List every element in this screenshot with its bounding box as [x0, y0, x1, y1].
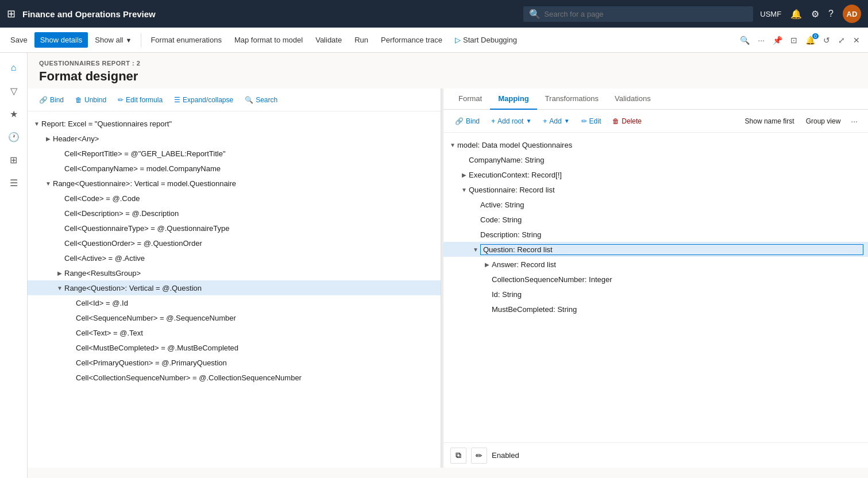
left-tree-container[interactable]: ▼Report: Excel = "Questionnaires report"…	[28, 111, 441, 468]
sidebar-item-filter[interactable]: ▽	[3, 80, 24, 101]
unbind-button[interactable]: 🗑 Unbind	[71, 94, 111, 106]
left-tree-item-cell-questionnaire-type[interactable]: Cell<QuestionnaireType> = @.Questionnair…	[28, 221, 441, 236]
tree-toggle[interactable]: ▼	[55, 285, 64, 291]
right-toolbar-more-icon[interactable]: ···	[847, 114, 861, 128]
tree-item-text: model: Data model Questionnaires	[457, 141, 863, 149]
tree-toggle[interactable]: ▼	[471, 246, 480, 253]
format-enumerations-button[interactable]: Format enumerations	[145, 32, 227, 48]
left-tree-item-cell-must-be-completed[interactable]: Cell<MustBeCompleted> = @.MustBeComplete…	[28, 340, 441, 355]
sidebar-item-favorites[interactable]: ★	[3, 103, 24, 124]
start-debugging-button[interactable]: ▷ Start Debugging	[449, 32, 523, 48]
show-details-button[interactable]: Show details	[34, 32, 88, 48]
right-tree-item-description-str[interactable]: Description: String	[443, 227, 868, 242]
settings-icon[interactable]: ⚙	[811, 9, 819, 20]
left-tree-item-header[interactable]: ▶Header<Any>	[28, 131, 441, 146]
tree-toggle[interactable]: ▼	[460, 187, 469, 193]
right-tree-item-active[interactable]: Active: String	[443, 197, 868, 212]
grid-icon[interactable]: ⊞	[7, 7, 16, 20]
add-button-right[interactable]: + Add ▼	[538, 115, 574, 128]
tree-toggle[interactable]: ▼	[44, 180, 53, 187]
tree-toggle[interactable]: ▶	[483, 261, 492, 268]
right-tree-item-must-be-completed[interactable]: MustBeCompleted: String	[443, 302, 868, 317]
copy-icon-btn[interactable]: ⧉	[450, 448, 466, 464]
group-view-button[interactable]: Group view	[801, 115, 846, 128]
toolbar-split-icon[interactable]: ⊡	[787, 33, 801, 47]
right-tree-item-collection-seq[interactable]: CollectionSequenceNumber: Integer	[443, 272, 868, 287]
left-tree-item-cell-text[interactable]: Cell<Text> = @.Text	[28, 325, 441, 340]
bind-button-left[interactable]: 🔗 Bind	[34, 94, 68, 106]
run-button[interactable]: Run	[349, 32, 374, 48]
tab-validations[interactable]: Validations	[607, 88, 659, 110]
tree-toggle[interactable]: ▶	[55, 270, 64, 276]
notification-icon[interactable]: 🔔	[790, 9, 802, 20]
edit-icon-btn[interactable]: ✏	[471, 448, 487, 464]
toolbar-expand-icon[interactable]: ⤢	[835, 33, 848, 47]
validate-button[interactable]: Validate	[310, 32, 348, 48]
right-tree-item-code[interactable]: Code: String	[443, 212, 868, 227]
left-tree-item-range-results-group[interactable]: ▶Range<ResultsGroup>	[28, 265, 441, 280]
tree-toggle[interactable]: ▼	[32, 121, 41, 127]
global-search-box[interactable]: 🔍	[523, 6, 753, 22]
left-tree-item-cell-code[interactable]: Cell<Code> = @.Code	[28, 191, 441, 206]
save-button[interactable]: Save	[5, 32, 33, 48]
sidebar-item-home[interactable]: ⌂	[3, 57, 24, 78]
tree-item-text: Cell<SequenceNumber> = @.SequenceNumber	[76, 314, 436, 322]
tab-transformations[interactable]: Transformations	[537, 88, 607, 110]
user-avatar[interactable]: AD	[843, 5, 861, 23]
left-tree-item-cell-active[interactable]: Cell<Active> = @.Active	[28, 250, 441, 265]
delete-button-right[interactable]: 🗑 Delete	[608, 115, 646, 128]
left-tree-item-cell-id[interactable]: Cell<Id> = @.Id	[28, 295, 441, 310]
left-tree-item-root[interactable]: ▼Report: Excel = "Questionnaires report"	[28, 116, 441, 131]
sidebar-item-recent[interactable]: 🕐	[3, 126, 24, 147]
toolbar-badge-icon[interactable]: 🔔0	[802, 33, 819, 47]
sidebar-item-modules[interactable]: ☰	[3, 172, 24, 193]
tree-item-text: CompanyName: String	[469, 156, 863, 164]
right-tree-item-company-name[interactable]: CompanyName: String	[443, 152, 868, 167]
sidebar-item-workspaces[interactable]: ⊞	[3, 149, 24, 170]
tree-toggle[interactable]: ▶	[44, 136, 53, 142]
expand-collapse-button[interactable]: ☰ Expand/collapse	[169, 94, 238, 106]
left-tree-item-cell-primary-question[interactable]: Cell<PrimaryQuestion> = @.PrimaryQuestio…	[28, 355, 441, 370]
page-title: Format designer	[39, 69, 857, 84]
right-tree-item-questionnaire[interactable]: ▼Questionnaire: Record list	[443, 182, 868, 197]
toolbar-refresh-icon[interactable]: ↺	[820, 33, 834, 47]
right-tree-item-id-str[interactable]: Id: String	[443, 287, 868, 302]
left-tree-item-range-questionnaire[interactable]: ▼Range<Questionnaire>: Vertical = model.…	[28, 176, 441, 191]
show-all-button[interactable]: Show all ▼	[89, 32, 137, 48]
help-icon[interactable]: ?	[828, 9, 834, 19]
show-name-first-button[interactable]: Show name first	[740, 115, 799, 128]
sidebar-nav: ⌂ ▽ ★ 🕐 ⊞ ☰	[0, 53, 28, 478]
map-format-to-model-button[interactable]: Map format to model	[229, 32, 308, 48]
toolbar-close-icon[interactable]: ✕	[850, 33, 863, 47]
edit-formula-button[interactable]: ✏ Edit formula	[113, 94, 167, 106]
tab-format[interactable]: Format	[450, 88, 490, 110]
right-tree-item-model-root[interactable]: ▼model: Data model Questionnaires	[443, 137, 868, 152]
right-tree-item-question-rl[interactable]: ▼Question: Record list	[443, 242, 868, 257]
toolbar-more-icon[interactable]: ···	[754, 33, 768, 47]
toolbar-pin-icon[interactable]: 📌	[769, 33, 786, 47]
right-tree-item-execution-context[interactable]: ▶ExecutionContext: Record[!]	[443, 167, 868, 182]
toolbar-search-icon[interactable]: 🔍	[736, 33, 753, 47]
performance-trace-button[interactable]: Performance trace	[375, 32, 448, 48]
left-tree-item-cell-question-order[interactable]: Cell<QuestionOrder> = @.QuestionOrder	[28, 236, 441, 250]
global-search-input[interactable]	[544, 10, 747, 18]
add-root-button[interactable]: + Add root ▼	[487, 115, 536, 128]
bind-button-right[interactable]: 🔗 Bind	[450, 115, 484, 128]
right-tree-item-answer-rl[interactable]: ▶Answer: Record list	[443, 257, 868, 272]
tab-mapping[interactable]: Mapping	[490, 88, 537, 110]
tree-toggle[interactable]: ▼	[448, 142, 457, 148]
left-tree-item-cell-report-title[interactable]: Cell<ReportTitle> = @"GER_LABEL:ReportTi…	[28, 146, 441, 161]
left-tree-item-cell-sequence-number[interactable]: Cell<SequenceNumber> = @.SequenceNumber	[28, 310, 441, 325]
panel-divider[interactable]	[441, 88, 443, 468]
left-tree-item-cell-company-name[interactable]: Cell<CompanyName> = model.CompanyName	[28, 161, 441, 176]
bottom-bar: ⧉ ✏ Enabled	[443, 442, 868, 468]
left-tree-item-cell-collection-sequence[interactable]: Cell<CollectionSequenceNumber> = @.Colle…	[28, 370, 441, 385]
right-tree-container[interactable]: ▼model: Data model QuestionnairesCompany…	[443, 133, 868, 442]
tree-toggle[interactable]: ▶	[460, 172, 469, 178]
right-panel: Format Mapping Transformations Validatio…	[443, 88, 868, 468]
search-icon: 🔍	[529, 9, 541, 20]
left-tree-item-cell-description[interactable]: Cell<Description> = @.Description	[28, 206, 441, 221]
edit-button-right[interactable]: ✏ Edit	[577, 115, 606, 128]
left-tree-item-range-question[interactable]: ▼Range<Question>: Vertical = @.Question	[28, 280, 441, 295]
search-button-left[interactable]: 🔍 Search	[240, 94, 282, 106]
